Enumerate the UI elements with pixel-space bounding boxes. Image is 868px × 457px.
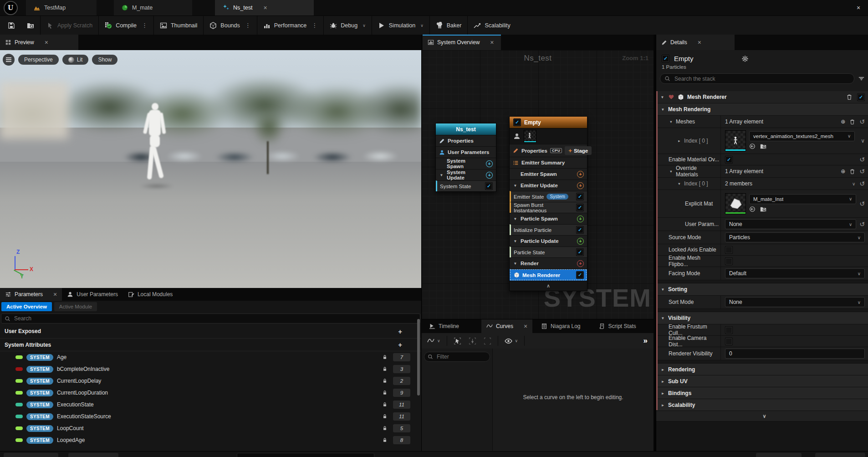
property-enable-material-ov[interactable]: Enable Material Ov... ✓ ↺ — [656, 154, 868, 165]
chevron-down-icon[interactable]: ∨ — [849, 181, 855, 186]
active-module-button[interactable]: Active Module — [54, 302, 97, 311]
enable-material-ov-checkbox[interactable]: ✓ — [725, 156, 733, 164]
chevron-down-icon[interactable]: ▾ — [669, 169, 674, 174]
node-group-emitter-update[interactable]: ▾ Emitter Update + — [510, 180, 587, 191]
parameter-row-currentloopdelay[interactable]: SYSTEM CurrentLoopDelay 2 — [0, 375, 421, 387]
index-0-asset-dropdown[interactable]: vertex_animation_textures2_mesh ∨ — [749, 131, 855, 141]
add-module-button[interactable]: + — [577, 260, 584, 267]
chevron-right-icon[interactable]: ▸ — [677, 139, 682, 143]
add-parameter-button[interactable]: + — [398, 328, 417, 335]
emitter-thumbnail[interactable] — [524, 130, 536, 143]
locked-axis-enable-checkbox[interactable]: ✓ — [725, 246, 733, 254]
module-enabled-checkbox[interactable]: ✓ — [576, 248, 584, 256]
property-user-param[interactable]: User Param... None ∨ ↺ — [656, 218, 868, 231]
node-module-initialize-particle[interactable]: Initialize Particle ✓ — [510, 224, 587, 235]
debug-button[interactable]: Debug ∨ — [324, 16, 371, 35]
node-graph-canvas[interactable]: Ns_test Zoom 1:1 SYSTEM Ns_test Properti… — [422, 50, 654, 319]
curve-filter-input[interactable] — [436, 353, 508, 360]
thumbnail-button[interactable]: Thumbnail — [154, 16, 203, 35]
tab-parameters[interactable]: Parameters × — [0, 288, 62, 301]
add-module-button[interactable]: + — [486, 172, 493, 179]
menu-dots-icon[interactable]: ⋮ — [142, 22, 148, 29]
browse-button[interactable] — [21, 16, 40, 35]
tab-user-parameters[interactable]: User Parameters — [62, 288, 123, 301]
expand-toolbar-button[interactable]: » — [643, 336, 651, 345]
parameter-row-bcompleteoninactive[interactable]: SYSTEM bCompleteOnInactive 3 — [0, 363, 421, 375]
parameter-row-executionstate[interactable]: SYSTEM ExecutionState 11 — [0, 399, 421, 411]
chevron-down-icon[interactable]: ▾ — [669, 119, 674, 124]
scalability-button[interactable]: Scalability — [468, 16, 516, 35]
preview-viewport[interactable]: Perspective Lit Show Z X Y — [0, 50, 421, 288]
browse-to-asset-icon[interactable] — [760, 143, 766, 151]
enable-camera-dist-checkbox[interactable]: ✓ — [725, 338, 733, 345]
module-enabled-checkbox[interactable]: ✓ — [485, 182, 493, 190]
marker-tool-button[interactable] — [466, 335, 479, 347]
parameter-row-loopedage[interactable]: SYSTEM LoopedAge 8 — [0, 434, 421, 446]
details-section-scalability[interactable]: ▸ Scalability — [656, 399, 868, 411]
property-index-0-members[interactable]: ▾ Index [ 0 ] 2 members ∨↺ — [656, 178, 868, 190]
node-row-emitter-summary[interactable]: Emitter Summary — [510, 157, 587, 168]
property-meshes[interactable]: ▾ Meshes 1 Array element ⊕↺ — [656, 116, 868, 128]
filter-icon[interactable] — [858, 75, 865, 82]
details-section-sub-uv[interactable]: ▸ Sub UV — [656, 375, 868, 387]
collapse-node-button[interactable]: ∧ — [510, 281, 587, 291]
add-module-button[interactable]: + — [577, 171, 584, 178]
close-icon[interactable]: × — [698, 39, 701, 46]
add-module-button[interactable]: + — [577, 182, 584, 189]
status-item[interactable] — [68, 453, 118, 457]
stack-search[interactable] — [660, 73, 854, 84]
window-close-icon[interactable]: × — [849, 0, 868, 15]
parameter-row-loopcount[interactable]: SYSTEM LoopCount 5 — [0, 422, 421, 434]
property-locked-axis-enable[interactable]: Locked Axis Enable ✓ — [656, 244, 868, 256]
section-system-attributes[interactable]: System Attributes + — [0, 339, 421, 351]
property-renderer-visibility[interactable]: Renderer Visibility 0 — [656, 347, 868, 360]
property-sort-mode[interactable]: Sort Mode None ∨ — [656, 296, 868, 309]
status-item[interactable] — [4, 453, 58, 457]
reset-to-default-icon[interactable]: ↺ — [859, 180, 865, 187]
property-facing-mode[interactable]: Facing Mode Default ∨ — [656, 267, 868, 280]
explicit-mat-asset-dropdown[interactable]: M_mate_Inst ∨ — [749, 194, 856, 204]
use-selected-asset-icon[interactable] — [749, 206, 756, 214]
add-parameter-button[interactable]: + — [398, 341, 417, 349]
renderer-header-mesh-renderer[interactable]: ▾ Mesh Renderer ✓ — [656, 91, 868, 103]
frame-tool-button[interactable] — [481, 335, 494, 347]
module-enabled-checkbox[interactable]: ✓ — [576, 226, 584, 234]
emitter-properties-row[interactable]: Properties CPU +Stage — [510, 144, 587, 157]
details-splitter[interactable] — [654, 35, 656, 451]
section-user-exposed[interactable]: User Exposed + — [0, 324, 421, 339]
menu-dots-icon[interactable]: ⋮ — [311, 22, 317, 29]
close-icon[interactable]: × — [53, 291, 57, 298]
show-menu-button[interactable]: Show — [92, 55, 117, 65]
compile-button[interactable]: Compile ⋮ — [99, 16, 153, 35]
bounds-button[interactable]: Bounds ⋮ — [204, 16, 256, 35]
material-asset-thumbnail[interactable] — [725, 193, 746, 214]
reset-to-default-icon[interactable]: ↺ — [859, 221, 865, 228]
module-enabled-checkbox[interactable]: ✓ — [576, 204, 584, 211]
emitter-node-empty[interactable]: ✓ Empty Properties CPU +Stage Emitter Su… — [509, 116, 587, 291]
node-module-emitter-state[interactable]: Emitter State System ✓ — [510, 191, 587, 202]
editor-tab-testmap[interactable]: TestMap — [26, 0, 97, 15]
property-source-mode[interactable]: Source Mode Particles ∨ — [656, 231, 868, 244]
parameter-row-executionstatesource[interactable]: SYSTEM ExecutionStateSource 11 — [0, 411, 421, 422]
node-group-system-update[interactable]: ▾ System Update + — [436, 169, 496, 180]
module-enabled-checkbox[interactable]: ✓ — [576, 193, 584, 200]
node-module-particle-state[interactable]: Particle State ✓ — [510, 246, 587, 257]
parameter-row-age[interactable]: SYSTEM Age 7 — [0, 351, 421, 363]
add-stage-button[interactable]: +Stage — [565, 146, 592, 155]
performance-button[interactable]: Performance ⋮ — [257, 16, 324, 35]
status-item[interactable] — [756, 453, 802, 457]
console-input[interactable] — [237, 453, 374, 457]
tab-niagara-log[interactable]: Niagara Log — [536, 319, 585, 333]
apply-scratch-button[interactable]: Apply Scratch — [41, 16, 98, 35]
simulation-button[interactable]: Simulation ∨ — [372, 16, 429, 35]
add-element-icon[interactable]: ⊕ — [841, 168, 845, 175]
property-enable-mesh-flipbo[interactable]: Enable Mesh Flipbo... ✓ — [656, 256, 868, 267]
close-icon[interactable]: × — [45, 39, 48, 46]
status-item[interactable] — [815, 453, 865, 457]
tab-system-overview[interactable]: System Overview × — [423, 35, 501, 50]
node-group-particle-update[interactable]: ▾ Particle Update + — [510, 235, 587, 246]
facing-mode-dropdown[interactable]: Default ∨ — [725, 268, 865, 278]
node-group-particle-spawn[interactable]: ▾ Particle Spawn + — [510, 213, 587, 224]
editor-tab-ns-test[interactable]: Ns_test × — [215, 0, 314, 15]
system-node-ns-test[interactable]: Ns_test Properties User Parameters Syste… — [435, 123, 496, 192]
